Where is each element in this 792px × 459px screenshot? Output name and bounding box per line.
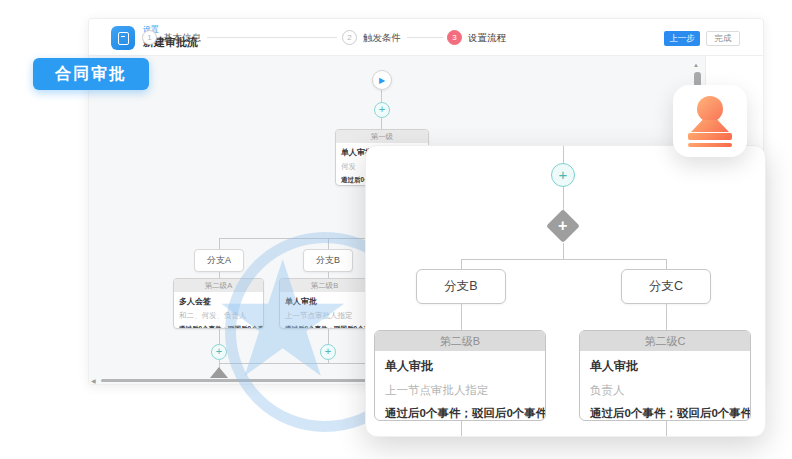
add-node-button[interactable]: + xyxy=(374,102,390,118)
add-node-button[interactable]: + xyxy=(320,344,336,360)
window-header: 设置 新建审批流 1 基本信息 2 触发条件 3 设置流程 上一步 完成 xyxy=(89,19,763,56)
branch-b-node[interactable]: 分支B xyxy=(303,249,353,272)
flow-line xyxy=(563,243,564,259)
flow-line xyxy=(563,146,564,163)
flow-line xyxy=(328,329,329,344)
node-approve-type: 单人审批 xyxy=(590,358,740,375)
start-node[interactable]: ▶ xyxy=(372,70,392,90)
node-assignee: 负责人 xyxy=(590,383,740,398)
finish-button[interactable]: 完成 xyxy=(706,31,740,46)
flow-line xyxy=(219,238,220,249)
node-card-title: 第二级C xyxy=(580,331,750,351)
branch-a-node[interactable]: 分支A xyxy=(194,249,244,272)
step-connector xyxy=(207,37,337,38)
node-assignee: 和二、何发、负责人 xyxy=(179,311,258,321)
node-card-title: 第一级 xyxy=(336,130,428,143)
plus-icon: + xyxy=(558,217,567,235)
level2c-node-card[interactable]: 第二级C 单人审批 负责人 通过后0个事件；驳回后0个事件 xyxy=(579,330,751,421)
flow-line xyxy=(666,304,667,330)
node-approve-type: 单人审批 xyxy=(385,358,535,375)
node-card-title: 第二级B xyxy=(375,331,545,351)
add-branch-diamond-button[interactable]: + xyxy=(546,209,580,243)
level2a-node-card[interactable]: 第二级A 多人会签 和二、何发、负责人 通过后0个事件；驳回后0个事件 xyxy=(173,278,264,329)
step-connector xyxy=(407,37,443,38)
document-icon xyxy=(118,32,129,45)
node-events: 通过后0个事件；驳回后0个事件 xyxy=(385,406,535,421)
scroll-up-icon[interactable]: ▲ xyxy=(693,62,699,68)
branch-b-node[interactable]: 分支B xyxy=(416,269,506,304)
stamp-icon xyxy=(688,133,732,140)
step-2-circle: 2 xyxy=(342,30,357,45)
node-card-title: 第二级B xyxy=(280,279,369,292)
node-card-title: 第二级A xyxy=(174,279,263,292)
scroll-left-icon[interactable]: ◀ xyxy=(91,377,96,384)
previous-step-button[interactable]: 上一步 xyxy=(664,31,700,46)
step-2-label: 触发条件 xyxy=(363,32,401,45)
node-events: 通过后0个事件；驳回后0个事件 xyxy=(285,325,364,329)
flow-line xyxy=(563,187,564,210)
stamp-icon xyxy=(691,120,729,132)
page: 设置 新建审批流 1 基本信息 2 触发条件 3 设置流程 上一步 完成 ▶ +… xyxy=(0,0,792,459)
level2b-node-card[interactable]: 第二级B 单人审批 上一节点审批人指定 通过后0个事件；驳回后0个事件 xyxy=(279,278,370,329)
flow-line xyxy=(461,304,462,330)
add-node-button[interactable]: + xyxy=(211,344,227,360)
step-3-circle: 3 xyxy=(447,30,462,45)
zoom-detail-panel: + + 分支B 分支C 第二级B 单人审批 上一节点审批人指定 通过后0个事件；… xyxy=(365,145,766,437)
branch-c-node[interactable]: 分支C xyxy=(621,269,711,304)
step-1-label: 基本信息 xyxy=(163,32,201,45)
step-3-label: 设置流程 xyxy=(468,32,506,45)
flow-line xyxy=(666,421,667,436)
flow-line xyxy=(666,259,667,269)
flow-name-label: 合同审批 xyxy=(33,58,149,90)
flow-line xyxy=(461,259,666,260)
app-icon xyxy=(111,26,135,50)
flow-line xyxy=(381,90,382,102)
flow-line xyxy=(328,238,329,249)
stamp-icon xyxy=(697,96,723,122)
flow-line xyxy=(461,421,462,436)
node-events: 通过后0个事件；驳回后0个事件 xyxy=(590,406,740,421)
node-approve-type: 多人会签 xyxy=(179,296,258,307)
flow-line xyxy=(381,118,382,129)
node-assignee: 上一节点审批人指定 xyxy=(285,311,364,321)
stamp-card xyxy=(673,85,747,157)
stamp-icon xyxy=(688,143,732,147)
node-assignee: 上一节点审批人指定 xyxy=(385,383,535,398)
flow-line xyxy=(461,259,462,269)
node-approve-type: 单人审批 xyxy=(285,296,364,307)
flow-line xyxy=(219,329,220,344)
level2b-node-card[interactable]: 第二级B 单人审批 上一节点审批人指定 通过后0个事件；驳回后0个事件 xyxy=(374,330,546,421)
step-1-circle: 1 xyxy=(142,30,157,45)
merge-end-marker xyxy=(210,367,228,378)
add-node-button[interactable]: + xyxy=(551,163,575,187)
